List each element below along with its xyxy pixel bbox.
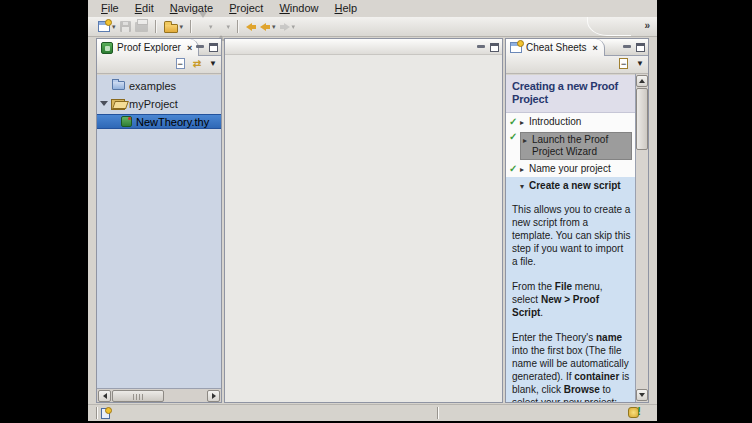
collapse-all-icon[interactable]: −	[176, 58, 185, 69]
cheat-sheet-title: Creating a new Proof Project	[506, 75, 635, 113]
cheat-sheets-icon	[510, 42, 522, 53]
close-icon[interactable]: ×	[187, 43, 192, 53]
dropdown-arrow-icon: ▾	[227, 23, 231, 30]
forward-arrow-icon	[280, 23, 290, 31]
maximize-button[interactable]	[636, 43, 645, 52]
editor-area	[224, 38, 503, 403]
check-icon: ✓	[509, 163, 520, 175]
scrollbar-thumb[interactable]	[636, 88, 648, 150]
tree-item-label: NewTheory.thy	[136, 116, 209, 128]
exclaim-glyph: !	[637, 405, 641, 417]
maximize-button[interactable]	[209, 43, 218, 52]
check-icon: ✓	[509, 116, 520, 128]
back-arrow-icon	[246, 23, 256, 31]
toolbar-separator	[237, 20, 239, 33]
link-with-editor-icon[interactable]: ⇄	[193, 59, 201, 69]
scroll-left-button[interactable]	[98, 390, 111, 402]
maximize-button[interactable]	[490, 43, 499, 52]
closed-folder-icon	[112, 81, 125, 90]
dropdown-arrow-icon: ▾	[292, 23, 296, 30]
save-icon	[120, 21, 131, 32]
theory-file-icon	[121, 116, 132, 127]
collapse-all-icon[interactable]: −	[619, 58, 628, 69]
back-button[interactable]: ▾	[258, 18, 278, 36]
tree-item-newtheory[interactable]: NewTheory.thy	[97, 114, 221, 129]
perspective-bar-divider	[587, 17, 631, 36]
menu-file[interactable]: File	[93, 1, 127, 16]
new-wizard-icon	[98, 21, 110, 32]
highlighted-step[interactable]: ▸ Launch the Proof Project Wizard	[520, 132, 632, 160]
expanded-arrow-icon[interactable]: ▾	[520, 180, 529, 193]
check-icon: ✓	[509, 131, 520, 143]
tree-item-label: myProject	[129, 98, 178, 110]
scroll-down-button[interactable]	[636, 389, 648, 401]
expander-icon[interactable]	[100, 101, 108, 106]
down-arrow-icon	[199, 18, 207, 36]
tab-proof-explorer[interactable]: Proof Explorer ×	[97, 39, 199, 56]
print-icon	[135, 22, 148, 32]
view-menu-icon[interactable]: ▼	[209, 60, 217, 68]
main-toolbar: ▾ ▾ ▾ ▾ ▾ ▾	[88, 17, 657, 37]
collapsed-arrow-icon[interactable]: ▸	[520, 116, 529, 129]
close-icon[interactable]: ×	[593, 43, 598, 53]
collapsed-arrow-icon[interactable]: ▸	[520, 163, 529, 176]
toolbar-overflow-chevron[interactable]: »	[644, 20, 649, 31]
minimize-button[interactable]	[477, 43, 485, 52]
scrollbar-thumb[interactable]	[112, 390, 164, 402]
step-create-script[interactable]: ▾ Create a new script	[506, 177, 635, 195]
proof-explorer-icon	[101, 42, 113, 54]
print-button[interactable]	[133, 18, 150, 36]
menu-window[interactable]: Window	[271, 1, 326, 16]
save-button[interactable]	[118, 18, 133, 36]
cheat-sheet-content: Creating a new Proof Project ✓ ▸ Introdu…	[506, 75, 635, 402]
dropdown-arrow-icon: ▾	[272, 23, 276, 30]
horizontal-scrollbar[interactable]	[97, 388, 221, 402]
tree-item-myproject[interactable]: myProject	[97, 96, 221, 111]
cheat-sheet-steps: ✓ ▸ Introduction ✓ ▸ Launch the Proof Pr…	[506, 113, 635, 195]
dropdown-arrow-icon: ▾	[112, 23, 116, 30]
tree-item-examples[interactable]: examples	[97, 78, 221, 93]
next-annotation-button[interactable]: ▾	[197, 18, 215, 36]
menu-project[interactable]: Project	[221, 1, 271, 16]
menu-help[interactable]: Help	[327, 1, 366, 16]
minimize-button[interactable]	[623, 43, 631, 52]
dropdown-arrow-icon: ▾	[209, 23, 213, 30]
proof-explorer-view: Proof Explorer × − ⇄ ▼ examples	[96, 38, 222, 403]
proof-explorer-toolbar: − ⇄ ▼	[97, 56, 221, 74]
new-folder-button[interactable]: ▾	[162, 18, 186, 36]
menu-edit[interactable]: Edit	[127, 1, 162, 16]
cheat-sheets-view: Cheat Sheets × − ▼ Creating a new Proof …	[505, 38, 649, 403]
view-menu-icon[interactable]: ▼	[636, 60, 644, 68]
step-label: Create a new script	[529, 180, 633, 192]
collapsed-arrow-icon[interactable]: ▸	[523, 134, 532, 147]
previous-annotation-button[interactable]: ▾	[215, 18, 233, 36]
step-label: Name your project	[529, 163, 633, 175]
paragraph: This allows you to create a new script f…	[512, 203, 631, 268]
dropdown-arrow-icon: ▾	[180, 23, 184, 30]
step-name-project[interactable]: ✓ ▸ Name your project	[506, 162, 635, 177]
step-launch-wizard[interactable]: ✓ ▸ Launch the Proof Project Wizard	[506, 130, 635, 162]
new-wizard-button[interactable]: ▾	[96, 18, 118, 36]
cheat-sheet-body: This allows you to create a new script f…	[506, 195, 635, 402]
editor-tab-area	[225, 39, 502, 55]
application-window: File Edit Navigate Project Window Help ▾…	[88, 0, 657, 421]
scroll-up-button[interactable]	[636, 75, 648, 87]
menu-navigate[interactable]: Navigate	[162, 1, 221, 16]
tab-label: Proof Explorer	[117, 42, 181, 53]
step-introduction[interactable]: ✓ ▸ Introduction	[506, 115, 635, 130]
last-edit-location-button[interactable]	[244, 18, 258, 36]
step-label: Introduction	[529, 116, 633, 128]
cheat-sheets-tabrow: Cheat Sheets ×	[506, 39, 648, 56]
back-arrow-icon	[260, 23, 270, 31]
fast-view-icon[interactable]	[101, 408, 110, 419]
status-separator	[437, 407, 439, 419]
vertical-scrollbar[interactable]	[635, 74, 648, 402]
tip-icon[interactable]: !	[628, 407, 639, 418]
forward-button[interactable]: ▾	[278, 18, 298, 36]
project-tree: examples myProject NewTheory.thy	[97, 75, 221, 388]
status-bar: !	[88, 404, 657, 421]
scroll-right-button[interactable]	[207, 390, 220, 402]
minimize-button[interactable]	[196, 43, 204, 52]
tree-item-label: examples	[129, 80, 176, 92]
tab-cheat-sheets[interactable]: Cheat Sheets ×	[506, 39, 605, 56]
